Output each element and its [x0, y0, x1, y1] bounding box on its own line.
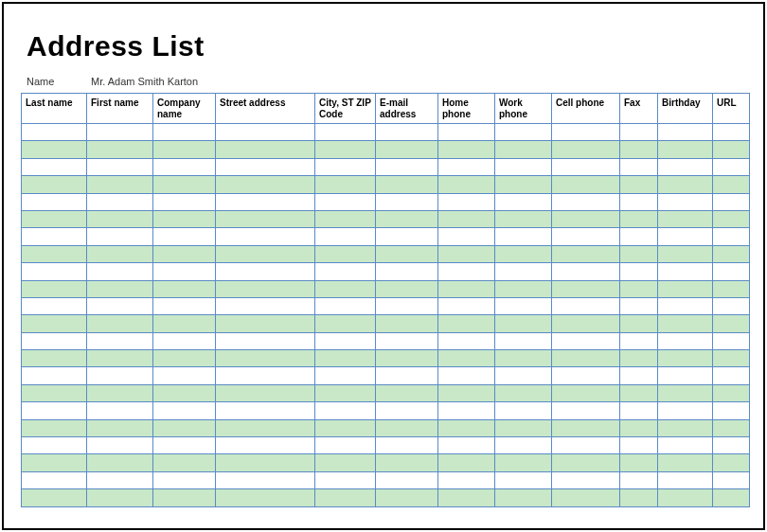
table-cell [658, 263, 713, 280]
table-cell [438, 437, 495, 454]
table-cell [658, 385, 713, 402]
col-work-phone: Work phone [495, 94, 552, 124]
name-field-row: Name Mr. Adam Smith Karton [27, 76, 746, 87]
table-cell [315, 228, 376, 245]
table-cell [87, 246, 153, 263]
table-row [21, 454, 750, 471]
table-cell [620, 263, 658, 280]
col-cell-phone: Cell phone [552, 94, 620, 124]
table-row [21, 437, 750, 454]
table-cell [658, 350, 713, 367]
table-cell [153, 437, 216, 454]
table-cell [315, 124, 376, 141]
table-cell [376, 333, 438, 350]
table-cell [376, 176, 438, 193]
table-cell [495, 246, 552, 263]
table-cell [658, 454, 713, 471]
table-cell [376, 402, 438, 419]
table-cell [713, 437, 750, 454]
table-cell [713, 420, 750, 437]
table-cell [713, 281, 750, 298]
table-cell [153, 367, 216, 384]
table-cell [376, 489, 438, 506]
table-cell [658, 333, 713, 350]
table-row [21, 124, 750, 141]
table-cell [87, 315, 153, 332]
table-cell [620, 194, 658, 211]
table-cell [495, 420, 552, 437]
table-cell [153, 472, 216, 489]
table-cell [21, 315, 87, 332]
table-cell [153, 176, 216, 193]
document-page: Address List Name Mr. Adam Smith Karton … [2, 2, 765, 530]
table-cell [620, 420, 658, 437]
table-cell [21, 454, 87, 471]
table-cell [376, 437, 438, 454]
table-row [21, 159, 750, 176]
table-cell [713, 263, 750, 280]
table-cell [438, 489, 495, 506]
table-cell [658, 211, 713, 228]
table-row [21, 350, 750, 367]
table-cell [87, 298, 153, 315]
col-last-name: Last name [21, 94, 87, 124]
table-cell [495, 350, 552, 367]
table-cell [376, 124, 438, 141]
table-cell [87, 367, 153, 384]
table-cell [495, 333, 552, 350]
table-cell [552, 298, 620, 315]
table-row [21, 472, 750, 489]
table-cell [315, 350, 376, 367]
table-cell [438, 315, 495, 332]
table-cell [658, 141, 713, 158]
table-cell [438, 141, 495, 158]
table-cell [216, 263, 315, 280]
table-cell [21, 211, 87, 228]
table-cell [153, 281, 216, 298]
table-cell [620, 124, 658, 141]
table-cell [376, 367, 438, 384]
table-cell [713, 454, 750, 471]
table-cell [552, 472, 620, 489]
table-cell [216, 176, 315, 193]
table-cell [216, 298, 315, 315]
table-cell [315, 315, 376, 332]
table-cell [495, 194, 552, 211]
table-cell [216, 367, 315, 384]
address-table: Last name First name Company name Street… [21, 93, 750, 507]
table-cell [21, 263, 87, 280]
table-cell [620, 159, 658, 176]
table-cell [495, 141, 552, 158]
table-cell [495, 472, 552, 489]
table-cell [620, 367, 658, 384]
table-cell [376, 420, 438, 437]
table-cell [87, 489, 153, 506]
table-cell [153, 298, 216, 315]
table-cell [153, 159, 216, 176]
table-cell [21, 420, 87, 437]
table-cell [216, 159, 315, 176]
table-cell [495, 263, 552, 280]
table-cell [713, 246, 750, 263]
table-cell [713, 124, 750, 141]
table-cell [552, 194, 620, 211]
table-row [21, 211, 750, 228]
table-row [21, 489, 750, 506]
col-email-address: E-mail address [376, 94, 438, 124]
table-cell [495, 228, 552, 245]
table-cell [658, 472, 713, 489]
table-cell [552, 402, 620, 419]
table-cell [552, 141, 620, 158]
table-cell [315, 437, 376, 454]
table-cell [658, 367, 713, 384]
table-cell [620, 315, 658, 332]
table-cell [495, 159, 552, 176]
table-cell [552, 367, 620, 384]
table-cell [153, 246, 216, 263]
table-cell [552, 281, 620, 298]
table-cell [495, 367, 552, 384]
table-cell [216, 402, 315, 419]
table-row [21, 315, 750, 332]
table-cell [495, 315, 552, 332]
table-cell [376, 211, 438, 228]
